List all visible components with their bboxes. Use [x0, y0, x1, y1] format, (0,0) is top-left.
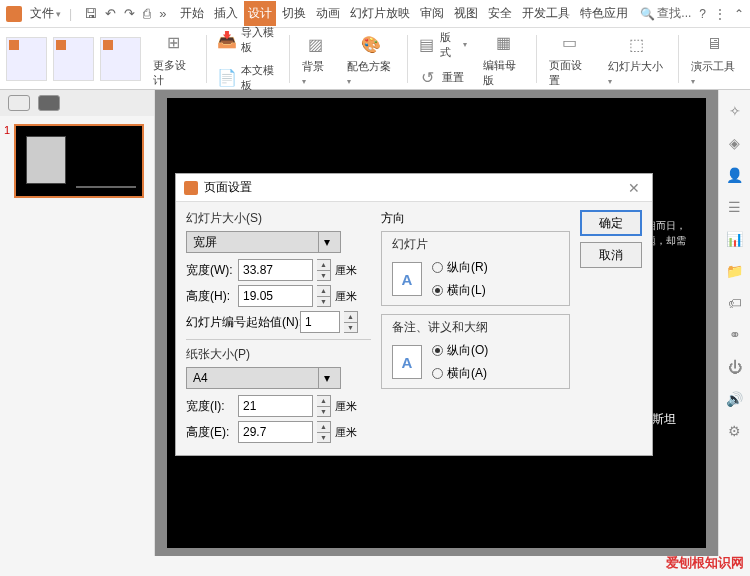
- paper-size-select[interactable]: A4 ▾: [186, 367, 341, 389]
- thumb-text: [76, 186, 136, 188]
- height-input[interactable]: 19.05: [238, 285, 313, 307]
- slide-thumbnail-1[interactable]: [14, 124, 144, 198]
- paper-size-value: A4: [193, 371, 208, 385]
- template-thumb-3[interactable]: [100, 37, 141, 81]
- tab-slideshow[interactable]: 幻灯片放映: [346, 1, 414, 26]
- landscape-l-radio[interactable]: 横向(L): [432, 282, 488, 299]
- layout-button[interactable]: ▤ 版式 ▾: [414, 28, 472, 62]
- start-num-label: 幻灯片编号起始值(N):: [186, 314, 296, 331]
- undo-icon[interactable]: ↶: [105, 6, 116, 21]
- gear-icon[interactable]: ⚙: [726, 422, 744, 440]
- reset-button[interactable]: ↺ 重置: [414, 66, 472, 90]
- paper-height-unit: 厘米: [335, 425, 357, 440]
- doc-icon: 📄: [217, 68, 237, 88]
- ok-button[interactable]: 确定: [580, 210, 642, 236]
- diamond-icon[interactable]: ◈: [726, 134, 744, 152]
- bar-icon[interactable]: ☰: [726, 198, 744, 216]
- start-num-input[interactable]: 1: [300, 311, 340, 333]
- import-template-button[interactable]: 📥 导入模板: [213, 23, 284, 57]
- paper-width-input[interactable]: 21: [238, 395, 313, 417]
- present-tools-button[interactable]: 🖥 演示工具 ▾: [685, 29, 744, 88]
- slide-size-button[interactable]: ⬚ 幻灯片大小 ▾: [602, 29, 672, 88]
- import-template-label: 导入模板: [241, 25, 280, 55]
- paper-width-label: 宽度(I):: [186, 398, 234, 415]
- page-setup-icon: ▭: [557, 30, 583, 56]
- template-thumb-2[interactable]: [53, 37, 94, 81]
- height-unit: 厘米: [335, 289, 357, 304]
- portrait-o-label: 纵向(O): [447, 342, 488, 359]
- speaker-icon[interactable]: 🔊: [726, 390, 744, 408]
- search-box[interactable]: 🔍 查找...: [640, 5, 691, 22]
- portrait-r-radio[interactable]: 纵向(R): [432, 259, 488, 276]
- save-icon[interactable]: 🖫: [84, 6, 97, 21]
- radio-icon: [432, 262, 443, 273]
- present-tools-label: 演示工具: [691, 60, 735, 72]
- page-setup-dialog: 页面设置 ✕ 幻灯片大小(S) 宽屏 ▾ 宽度(W): 33.87 ▲▼ 厘米 …: [175, 173, 653, 456]
- landscape-a-label: 横向(A): [447, 365, 487, 382]
- width-input[interactable]: 33.87: [238, 259, 313, 281]
- panel-header: [0, 90, 154, 116]
- tab-view[interactable]: 视图: [450, 1, 482, 26]
- tab-start[interactable]: 开始: [176, 1, 208, 26]
- slide-size-value: 宽屏: [193, 234, 217, 251]
- chart-icon[interactable]: 📊: [726, 230, 744, 248]
- file-menu-label: 文件: [30, 5, 54, 22]
- color-scheme-button[interactable]: 🎨 配色方案 ▾: [341, 29, 400, 88]
- template-thumb-1[interactable]: [6, 37, 47, 81]
- menu-chevron-icon[interactable]: ⌃: [734, 7, 744, 21]
- list-view-button[interactable]: [8, 95, 30, 111]
- height-spinner[interactable]: ▲▼: [317, 285, 331, 307]
- reset-icon: ↺: [418, 68, 438, 88]
- palette-icon: 🎨: [358, 31, 384, 57]
- more-design-button[interactable]: ⊞ 更多设计: [147, 28, 200, 90]
- import-icon: 📥: [217, 30, 237, 50]
- file-menu[interactable]: 文件 ▾: [26, 5, 65, 22]
- sparkle-icon[interactable]: ✧: [726, 102, 744, 120]
- tab-animation[interactable]: 动画: [312, 1, 344, 26]
- tab-devtools[interactable]: 开发工具: [518, 1, 574, 26]
- slide-size-field-label: 幻灯片大小(S): [186, 210, 371, 227]
- slide-size-label: 幻灯片大小: [608, 60, 663, 72]
- paper-width-unit: 厘米: [335, 399, 357, 414]
- ribbon: ⊞ 更多设计 📥 导入模板 📄 本文模板 ▨ 背景 ▾ 🎨 配色方案 ▾ ▤ 版…: [0, 28, 750, 90]
- start-num-spinner[interactable]: ▲▼: [344, 311, 358, 333]
- radio-icon: [432, 368, 443, 379]
- radio-icon: [432, 285, 443, 296]
- grid-view-button[interactable]: [38, 95, 60, 111]
- orientation-label: 方向: [381, 210, 570, 227]
- background-button[interactable]: ▨ 背景 ▾: [296, 29, 335, 88]
- paper-width-spinner[interactable]: ▲▼: [317, 395, 331, 417]
- user-icon[interactable]: 👤: [726, 166, 744, 184]
- ok-label: 确定: [599, 215, 623, 232]
- edit-master-button[interactable]: ▦ 编辑母版: [477, 28, 530, 90]
- tab-special[interactable]: 特色应用: [576, 1, 632, 26]
- width-spinner[interactable]: ▲▼: [317, 259, 331, 281]
- width-unit: 厘米: [335, 263, 357, 278]
- landscape-a-radio[interactable]: 横向(A): [432, 365, 488, 382]
- portrait-o-radio[interactable]: 纵向(O): [432, 342, 488, 359]
- close-icon[interactable]: ✕: [624, 180, 644, 196]
- redo-icon[interactable]: ↷: [124, 6, 135, 21]
- print-icon[interactable]: ⎙: [143, 6, 151, 21]
- notes-orientation-fieldset: 备注、讲义和大纲 A 纵向(O) 横向(A): [381, 314, 570, 389]
- paper-height-spinner[interactable]: ▲▼: [317, 421, 331, 443]
- size-icon: ⬚: [624, 31, 650, 57]
- link-icon[interactable]: ⚭: [726, 326, 744, 344]
- dialog-title: 页面设置: [204, 179, 252, 196]
- slide-size-select[interactable]: 宽屏 ▾: [186, 231, 341, 253]
- help-icon[interactable]: ?: [699, 7, 706, 21]
- tab-review[interactable]: 审阅: [416, 1, 448, 26]
- thumb-image: [26, 136, 66, 184]
- tag-icon[interactable]: 🏷: [726, 294, 744, 312]
- folder-icon[interactable]: 📁: [726, 262, 744, 280]
- layout-label: 版式: [440, 30, 460, 60]
- menu-more-icon[interactable]: ⋮: [714, 7, 726, 21]
- dialog-titlebar[interactable]: 页面设置 ✕: [176, 174, 652, 202]
- cancel-button[interactable]: 取消: [580, 242, 642, 268]
- bulb-icon[interactable]: ⏻: [726, 358, 744, 376]
- page-setup-button[interactable]: ▭ 页面设置: [543, 28, 596, 90]
- grid-icon: ⊞: [160, 30, 186, 56]
- more-icon[interactable]: »: [159, 6, 166, 21]
- paper-height-input[interactable]: 29.7: [238, 421, 313, 443]
- tab-security[interactable]: 安全: [484, 1, 516, 26]
